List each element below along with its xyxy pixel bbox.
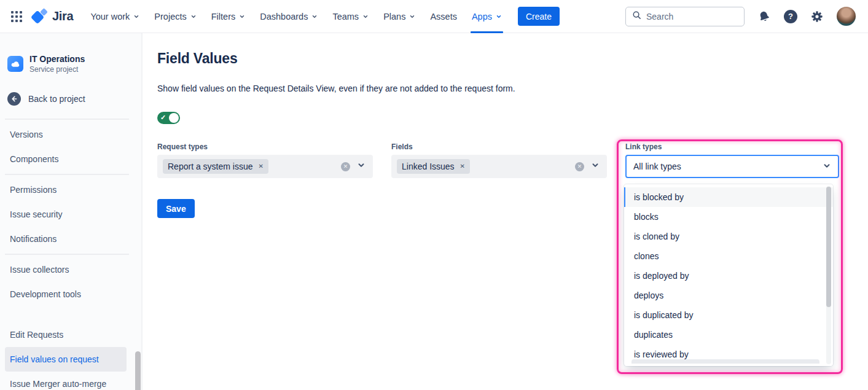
sidebar-divider	[5, 119, 129, 120]
chevron-down-icon	[362, 14, 369, 20]
feature-toggle-on[interactable]: ✓	[157, 112, 180, 124]
sidebar-item-notifications[interactable]: Notifications	[5, 227, 127, 251]
nav-teams[interactable]: Teams	[325, 0, 376, 33]
link-types-dropdown-menu: is blocked by blocks is cloned by clones…	[624, 184, 833, 366]
user-avatar[interactable]	[837, 7, 856, 26]
project-avatar-icon	[7, 56, 23, 72]
top-navigation-bar: Jira Your work Projects Filters Dashboar…	[0, 0, 868, 33]
create-button[interactable]: Create	[518, 7, 560, 26]
nav-projects[interactable]: Projects	[147, 0, 203, 33]
request-types-group: Request types Report a system issue ✕ ✕	[157, 142, 373, 178]
jira-logo-icon	[32, 9, 48, 25]
filters-row: Request types Report a system issue ✕ ✕ …	[157, 142, 868, 178]
nav-dashboards[interactable]: Dashboards	[252, 0, 325, 33]
chevron-down-icon	[409, 14, 415, 20]
chevron-down-icon	[133, 14, 139, 20]
option-duplicates[interactable]: duplicates	[624, 325, 833, 345]
sidebar-scrollbar[interactable]	[135, 351, 141, 390]
project-type: Service project	[29, 65, 85, 74]
chip-linked-issues: Linked Issues ✕	[397, 159, 470, 174]
chip-remove-icon[interactable]: ✕	[259, 163, 264, 170]
back-to-project-link[interactable]: Back to project	[7, 92, 141, 106]
primary-nav: Your work Projects Filters Dashboards Te…	[83, 0, 509, 33]
fields-label: Fields	[391, 142, 607, 151]
chip-remove-icon[interactable]: ✕	[460, 163, 465, 170]
sidebar-divider	[5, 254, 129, 255]
dropdown-scrollbar-thumb[interactable]	[826, 187, 831, 307]
sidebar-item-field-values-on-request[interactable]: Field values on request	[5, 347, 127, 372]
chevron-down-icon	[591, 161, 600, 172]
option-is-blocked-by[interactable]: is blocked by	[624, 187, 833, 207]
nav-your-work[interactable]: Your work	[83, 0, 147, 33]
sidebar-menu: Issue collectors Development tools	[5, 257, 141, 306]
sidebar-item-issue-security[interactable]: Issue security	[5, 202, 127, 227]
save-button[interactable]: Save	[157, 199, 195, 218]
notifications-bell-icon[interactable]	[757, 10, 771, 23]
nav-apps[interactable]: Apps	[464, 0, 509, 33]
check-icon: ✓	[160, 114, 166, 122]
nav-assets[interactable]: Assets	[423, 0, 464, 33]
nav-filters[interactable]: Filters	[204, 0, 252, 33]
page-description: Show field values on the Request Details…	[157, 84, 868, 93]
sidebar-item-versions[interactable]: Versions	[5, 122, 127, 147]
help-icon[interactable]: ?	[784, 10, 797, 23]
page-title: Field Values	[157, 50, 868, 67]
sidebar-item-permissions[interactable]: Permissions	[5, 177, 127, 202]
link-types-label: Link types	[625, 142, 839, 151]
chevron-down-icon	[357, 161, 366, 172]
fields-select[interactable]: Linked Issues ✕ ✕	[391, 155, 607, 178]
chevron-down-icon	[239, 14, 245, 20]
link-types-select[interactable]: All link types	[625, 155, 839, 178]
request-types-select[interactable]: Report a system issue ✕ ✕	[157, 155, 373, 178]
request-types-label: Request types	[157, 142, 373, 151]
chevron-down-icon	[311, 14, 318, 20]
back-arrow-icon	[7, 92, 21, 106]
chevron-down-icon	[496, 14, 502, 20]
chevron-down-icon	[190, 14, 197, 20]
option-is-duplicated-by[interactable]: is duplicated by	[624, 305, 833, 325]
clear-all-icon[interactable]: ✕	[341, 162, 350, 171]
search-icon	[632, 10, 641, 22]
settings-gear-icon[interactable]	[810, 10, 824, 23]
jira-logo[interactable]: Jira	[32, 9, 73, 25]
chevron-down-icon	[823, 162, 831, 172]
app-switcher-icon[interactable]	[9, 9, 25, 25]
nav-plans[interactable]: Plans	[376, 0, 423, 33]
sidebar-divider	[5, 174, 129, 175]
sidebar-item-components[interactable]: Components	[5, 147, 127, 171]
option-clones[interactable]: clones	[624, 246, 833, 266]
sidebar-item-development-tools[interactable]: Development tools	[5, 282, 127, 306]
global-search[interactable]	[625, 7, 745, 26]
sidebar-menu: Edit Requests Field values on request Is…	[5, 322, 141, 390]
project-header: IT Operations Service project	[5, 54, 141, 74]
project-name: IT Operations	[29, 54, 85, 64]
option-deploys[interactable]: deploys	[624, 286, 833, 305]
chip-report-a-system-issue: Report a system issue ✕	[163, 159, 268, 174]
project-settings-sidebar: IT Operations Service project Back to pr…	[0, 33, 143, 390]
header-right-actions: ?	[625, 7, 856, 26]
link-types-value: All link types	[633, 162, 681, 171]
sidebar-item-edit-requests[interactable]: Edit Requests	[5, 322, 127, 347]
sidebar-item-issue-collectors[interactable]: Issue collectors	[5, 257, 127, 282]
sidebar-item-issue-merger-auto-merge[interactable]: Issue Merger auto-merge	[5, 372, 127, 390]
jira-project-settings-page: Jira Your work Projects Filters Dashboar…	[0, 0, 868, 390]
option-blocks[interactable]: blocks	[624, 207, 833, 227]
link-types-group: Link types All link types	[625, 142, 839, 178]
option-is-cloned-by[interactable]: is cloned by	[624, 227, 833, 246]
sidebar-menu: Versions Components	[5, 122, 141, 171]
partial-option	[631, 359, 819, 364]
option-is-deployed-by[interactable]: is deployed by	[624, 266, 833, 286]
fields-group: Fields Linked Issues ✕ ✕	[391, 142, 607, 178]
jira-logo-text: Jira	[52, 9, 73, 23]
sidebar-menu: Permissions Issue security Notifications	[5, 177, 141, 251]
clear-all-icon[interactable]: ✕	[575, 162, 584, 171]
search-input[interactable]	[646, 12, 757, 21]
toggle-knob	[169, 113, 179, 123]
